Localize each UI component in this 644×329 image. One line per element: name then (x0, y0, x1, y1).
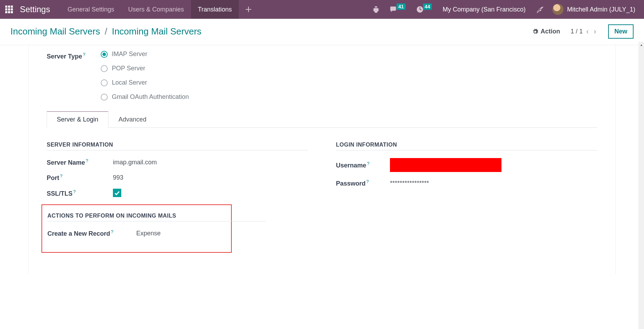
help-icon[interactable]: ? (367, 161, 369, 166)
username-label: Username? (336, 161, 390, 169)
col-login-info: LOGIN INFORMATION Username? Password? **… (336, 142, 597, 253)
tab-advanced[interactable]: Advanced (108, 111, 156, 128)
field-password: Password? **************** (336, 179, 597, 187)
field-create-record: Create a New Record? Expense (47, 229, 231, 237)
highlight-actions-section: ACTIONS TO PERFORM ON INCOMING MAILS Cre… (41, 204, 232, 253)
messages-button[interactable]: 41 (385, 0, 411, 19)
radio-pop[interactable]: POP Server (101, 65, 189, 72)
add-menu-button[interactable] (239, 0, 258, 19)
field-server-name: Server Name? imap.gmail.com (47, 158, 308, 166)
activities-button[interactable]: 44 (411, 0, 438, 19)
form-card: Server Type? IMAP Server POP Server Loca… (28, 45, 616, 274)
control-panel: Incoming Mail Servers / Incoming Mail Se… (0, 19, 644, 45)
radio-label-gmail: Gmail OAuth Authentication (112, 93, 189, 101)
password-label: Password? (336, 179, 390, 187)
ssl-value[interactable] (113, 189, 121, 197)
checkbox-checked-icon (113, 189, 121, 197)
radio-icon (101, 94, 108, 101)
company-switcher[interactable]: My Company (San Francisco) (437, 6, 531, 13)
radio-label-pop: POP Server (112, 65, 145, 72)
breadcrumb-current: Incoming Mail Servers (112, 26, 201, 37)
radio-local[interactable]: Local Server (101, 79, 189, 86)
form-area: Server Type? IMAP Server POP Server Loca… (0, 45, 644, 274)
form-tabs: Server & Login Advanced (47, 111, 597, 128)
help-icon[interactable]: ? (111, 229, 113, 234)
user-menu[interactable]: Mitchell Admin (JULY_1) (549, 4, 639, 15)
clock-icon (416, 6, 424, 13)
create-record-value[interactable]: Expense (136, 230, 161, 237)
scroll-up-icon[interactable]: ▴ (638, 42, 644, 47)
radio-icon (101, 51, 108, 58)
section-actions-title: ACTIONS TO PERFORM ON INCOMING MAILS (47, 213, 266, 221)
breadcrumb-separator: / (102, 26, 109, 37)
help-icon[interactable]: ? (73, 189, 76, 194)
apps-icon[interactable] (5, 6, 13, 13)
radio-icon (101, 65, 108, 72)
field-username: Username? (336, 158, 597, 172)
help-icon[interactable]: ? (60, 173, 62, 179)
menu-users-companies[interactable]: Users & Companies (121, 0, 191, 19)
action-label: Action (540, 28, 560, 35)
plus-icon (246, 7, 251, 12)
create-record-label: Create a New Record? (47, 229, 136, 237)
new-button[interactable]: New (608, 24, 634, 39)
breadcrumb: Incoming Mail Servers / Incoming Mail Se… (10, 26, 201, 37)
radio-imap[interactable]: IMAP Server (101, 50, 189, 58)
radio-label-local: Local Server (112, 79, 147, 86)
breadcrumb-parent[interactable]: Incoming Mail Servers (10, 26, 100, 37)
section-login-info-title: LOGIN INFORMATION (336, 142, 597, 150)
help-icon[interactable]: ? (83, 52, 85, 57)
top-navbar: Settings General Settings Users & Compan… (0, 0, 644, 19)
field-ssl: SSL/TLS? (47, 189, 308, 197)
user-name: Mitchell Admin (JULY_1) (567, 6, 635, 13)
port-value[interactable]: 993 (113, 174, 123, 181)
radio-label-imap: IMAP Server (112, 50, 147, 58)
debug-button[interactable] (367, 0, 385, 19)
tab-content: SERVER INFORMATION Server Name? imap.gma… (47, 128, 597, 253)
help-icon[interactable]: ? (366, 179, 369, 184)
tools-button[interactable] (531, 6, 549, 13)
pager: 1 / 1 ‹ › (570, 27, 598, 36)
server-name-label: Server Name? (47, 158, 113, 166)
bug-icon (372, 6, 380, 13)
password-value[interactable]: **************** (390, 180, 429, 187)
menu-translations[interactable]: Translations (191, 0, 239, 19)
menu-general-settings[interactable]: General Settings (61, 0, 121, 19)
port-label: Port? (47, 173, 113, 182)
messages-badge: 41 (397, 3, 406, 10)
tab-server-login[interactable]: Server & Login (47, 111, 108, 128)
control-right: Action 1 / 1 ‹ › New (532, 24, 634, 39)
gear-icon (532, 29, 538, 35)
server-type-label: Server Type? (47, 50, 101, 60)
field-server-type: Server Type? IMAP Server POP Server Loca… (47, 50, 597, 101)
radio-icon (101, 79, 108, 86)
nav-menu: General Settings Users & Companies Trans… (61, 0, 259, 19)
ssl-label: SSL/TLS? (47, 189, 113, 197)
avatar (552, 4, 564, 15)
scrollbar[interactable]: ▴ (638, 42, 644, 329)
field-port: Port? 993 (47, 173, 308, 182)
radio-gmail[interactable]: Gmail OAuth Authentication (101, 93, 189, 101)
server-name-value[interactable]: imap.gmail.com (113, 159, 157, 166)
navbar-right: 41 44 My Company (San Francisco) Mitchel… (367, 0, 639, 19)
comments-icon (390, 6, 397, 13)
activities-badge: 44 (423, 3, 432, 10)
col-server-info: SERVER INFORMATION Server Name? imap.gma… (47, 142, 308, 253)
pager-next[interactable]: › (592, 27, 598, 36)
action-dropdown[interactable]: Action (532, 28, 560, 35)
section-server-info-title: SERVER INFORMATION (47, 142, 308, 150)
username-value-redacted[interactable] (390, 158, 501, 172)
tools-icon (536, 6, 544, 13)
pager-prev[interactable]: ‹ (585, 27, 590, 36)
help-icon[interactable]: ? (86, 158, 88, 163)
app-brand[interactable]: Settings (20, 5, 50, 14)
pager-text[interactable]: 1 / 1 (570, 28, 583, 35)
server-type-radios: IMAP Server POP Server Local Server Gmai… (101, 50, 189, 101)
